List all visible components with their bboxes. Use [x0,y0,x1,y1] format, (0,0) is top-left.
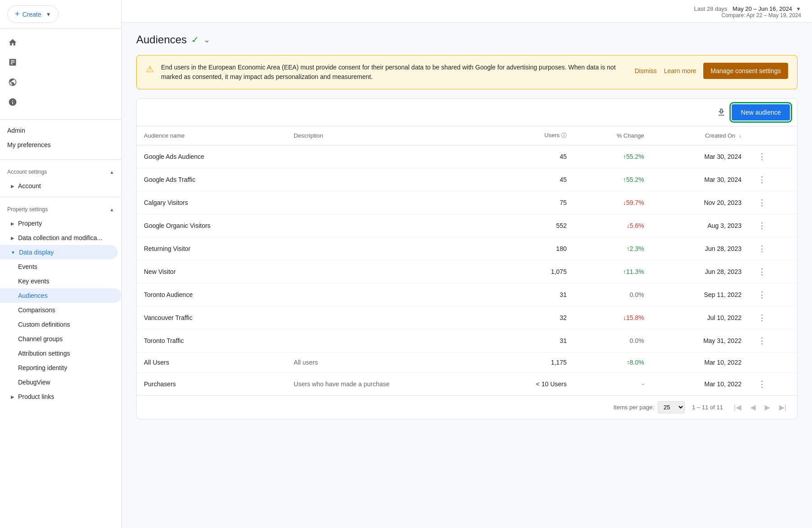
next-page-button[interactable]: ▶ [761,401,774,413]
table-toolbar: New audience [137,99,797,126]
sidebar-item-events[interactable]: Events [0,259,121,274]
sidebar-item-property[interactable]: ▶ Property [0,216,121,231]
row-created: Jul 10, 2022 [651,306,749,329]
row-users: 75 [490,191,574,214]
last-page-button[interactable]: ▶| [775,401,790,413]
col-change: % Change [574,126,651,145]
sidebar-item-audiences[interactable]: Audiences [0,288,121,303]
row-more-button[interactable]: ⋮ [756,334,768,347]
audiences-table: Audience name Description Users ⓘ % Chan… [137,126,797,395]
nav-top: + Create ▼ [0,0,121,29]
col-created: Created On ↓ [651,126,749,145]
table-row: Vancouver Traffic 32 ↓15.8% Jul 10, 2022… [137,306,797,329]
sidebar-item-attribution-settings[interactable]: Attribution settings [0,346,121,361]
title-dropdown-icon[interactable]: ⌄ [203,35,210,45]
row-more-button[interactable]: ⋮ [756,173,768,186]
sidebar-item-key-events[interactable]: Key events [0,274,121,288]
created-sort-icon[interactable]: ↓ [739,133,742,139]
row-change: ↑55.2% [574,168,651,191]
sidebar-item-reporting-identity[interactable]: Reporting identity [0,361,121,375]
preferences-link[interactable]: My preferences [0,138,121,152]
row-users: 45 [490,145,574,168]
table-row: Toronto Audience 31 0.0% Sep 11, 2022 ⋮ [137,283,797,306]
sidebar-item-home[interactable] [0,32,121,52]
row-description [286,168,490,191]
sidebar-item-channel-groups[interactable]: Channel groups [0,332,121,346]
sidebar-item-data-display[interactable]: ▼ Data display [0,245,118,259]
advertising-icon [7,97,18,107]
row-created: Jun 28, 2023 [651,260,749,283]
row-users: 32 [490,306,574,329]
sidebar-item-debug-view[interactable]: DebugView [0,375,121,389]
row-created: Aug 3, 2023 [651,214,749,237]
row-change: ↓15.8% [574,306,651,329]
account-settings-header[interactable]: Account settings ▲ [0,163,121,179]
users-info-icon[interactable]: ⓘ [561,132,567,139]
sidebar-item-account[interactable]: ▶ Account [0,179,121,193]
banner-text: End users in the European Economic Area … [161,63,627,82]
learn-more-button[interactable]: Learn more [664,67,697,74]
row-name: Toronto Audience [137,283,286,306]
row-more-button[interactable]: ⋮ [756,196,768,209]
row-menu: ⋮ [749,329,797,352]
create-dropdown-icon: ▼ [46,11,51,18]
row-change: ↑11.3% [574,260,651,283]
date-main: May 20 – Jun 16, 2024 [733,5,792,12]
sidebar-item-comparisons[interactable]: Comparisons [0,303,121,317]
admin-link[interactable]: Admin [0,123,121,138]
sidebar-item-advertising[interactable] [0,92,121,112]
download-icon[interactable] [716,107,726,117]
first-page-button[interactable]: |◀ [730,401,745,413]
account-settings-chevron: ▲ [110,170,114,175]
sidebar-item-product-links[interactable]: ▶ Product links [0,389,121,404]
prev-page-button[interactable]: ◀ [747,401,759,413]
row-change: ↓59.7% [574,191,651,214]
sidebar-item-data-collection[interactable]: ▶ Data collection and modifica... [0,231,121,245]
row-created: Mar 30, 2024 [651,168,749,191]
sidebar-item-reports[interactable] [0,52,121,72]
page-size-selector: Items per page: 25 50 100 [614,401,685,413]
row-created: Jun 28, 2023 [651,237,749,260]
create-button[interactable]: + Create ▼ [7,5,59,23]
row-more-button[interactable]: ⋮ [756,242,768,255]
warning-icon: ⚠ [146,64,154,74]
sidebar-item-custom-definitions[interactable]: Custom definitions [0,317,121,332]
dismiss-button[interactable]: Dismiss [635,67,657,74]
row-created: Mar 10, 2022 [651,352,749,373]
content-area: Audiences ✓ ⌄ ⚠ End users in the Europea… [122,23,812,528]
explore-icon [7,77,18,88]
new-audience-button[interactable]: New audience [732,104,790,120]
row-more-button[interactable]: ⋮ [756,219,768,232]
row-created: Mar 10, 2022 [651,373,749,396]
row-more-button[interactable]: ⋮ [756,288,768,301]
property-settings-chevron: ▲ [110,207,114,212]
manage-consent-button[interactable]: Manage consent settings [703,63,788,79]
account-settings-section: Account settings ▲ ▶ Account [0,163,121,193]
date-range[interactable]: Last 28 days May 20 – Jun 16, 2024 ▼ Com… [694,5,802,19]
main-content: Last 28 days May 20 – Jun 16, 2024 ▼ Com… [122,0,812,528]
topbar: Last 28 days May 20 – Jun 16, 2024 ▼ Com… [122,0,812,23]
row-more-button[interactable]: ⋮ [756,311,768,324]
items-per-page-label: Items per page: [614,404,654,411]
row-name: Google Organic Visitors [137,214,286,237]
page-size-select[interactable]: 25 50 100 [658,401,685,413]
row-description [286,145,490,168]
row-name: Toronto Traffic [137,329,286,352]
sidebar-item-explore[interactable] [0,72,121,92]
row-menu: ⋮ [749,168,797,191]
row-more-button[interactable]: ⋮ [756,378,768,390]
row-description [286,260,490,283]
date-compare: Compare: Apr 22 – May 19, 2024 [694,12,802,19]
table-row: Purchasers Users who have made a purchas… [137,373,797,396]
table-body: Google Ads Audience 45 ↑55.2% Mar 30, 20… [137,145,797,396]
row-more-button[interactable]: ⋮ [756,150,768,163]
consent-banner: ⚠ End users in the European Economic Are… [136,55,798,89]
page-navigation: |◀ ◀ ▶ ▶| [730,401,790,413]
page-title-row: Audiences ✓ ⌄ [136,33,798,46]
col-name: Audience name [137,126,286,145]
create-label: Create [23,11,42,18]
row-change: 0.0% [574,329,651,352]
row-more-button[interactable]: ⋮ [756,265,768,278]
row-users: 1,075 [490,260,574,283]
property-settings-header[interactable]: Property settings ▲ [0,201,121,216]
